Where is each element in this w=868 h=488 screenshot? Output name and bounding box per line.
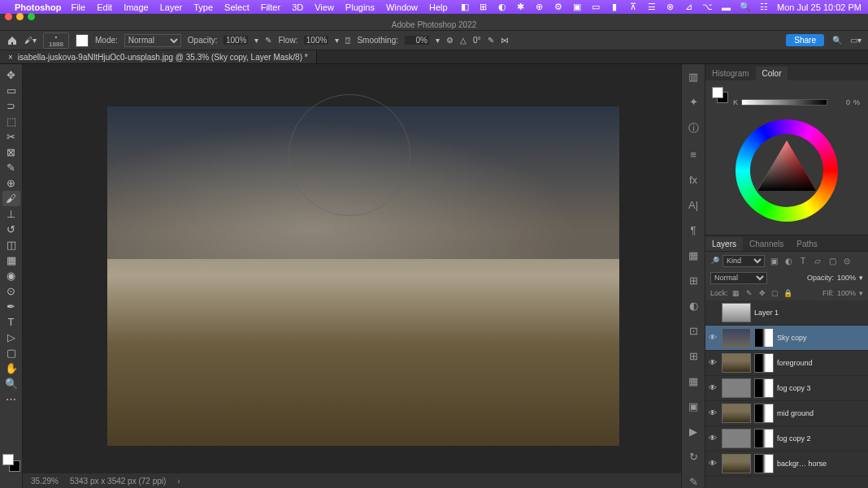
stamp-tool[interactable]: ⊥ — [2, 206, 20, 222]
layer-row[interactable]: 👁fog copy 2 — [705, 426, 868, 451]
menu-filter[interactable]: Filter — [261, 2, 280, 12]
fill-value[interactable]: 100% — [837, 289, 856, 297]
layer-visibility-icon[interactable]: 👁 — [709, 459, 718, 469]
tool-preset-icon[interactable]: 🖌▾ — [24, 36, 37, 45]
status-icon[interactable]: ⊞ — [478, 2, 488, 12]
layer-name[interactable]: fog copy 3 — [777, 384, 865, 392]
opacity-dropdown-icon[interactable]: ▾ — [254, 36, 258, 45]
move-tool[interactable]: ✥ — [2, 67, 20, 83]
zoom-level[interactable]: 35.29% — [31, 477, 59, 486]
panel-icon[interactable]: A| — [686, 199, 701, 211]
layer-name[interactable]: Layer 1 — [754, 309, 865, 317]
bluetooth-icon[interactable]: ⌥ — [702, 2, 713, 12]
smoothing-options-icon[interactable]: ⚙ — [446, 36, 454, 45]
type-tool[interactable]: T — [2, 314, 20, 330]
pressure-opacity-icon[interactable]: ✎ — [265, 36, 271, 45]
menu-3d[interactable]: 3D — [292, 2, 303, 12]
minimize-window-button[interactable] — [16, 13, 24, 20]
workspace-switcher-icon[interactable]: ▭▾ — [850, 36, 861, 45]
lock-transparency-icon[interactable]: ▦ — [731, 288, 741, 298]
smoothing-dropdown-icon[interactable]: ▾ — [436, 36, 440, 45]
layers-tab[interactable]: Layers — [705, 237, 743, 251]
panel-icon[interactable]: ▦ — [686, 249, 701, 261]
layer-visibility-icon[interactable]: 👁 — [709, 408, 718, 418]
filter-shape-icon[interactable]: ▱ — [812, 255, 823, 266]
layer-thumbnail[interactable] — [722, 328, 751, 348]
status-icon[interactable]: ⊼ — [627, 2, 638, 12]
crop-tool[interactable]: ✂ — [2, 129, 20, 145]
layer-row[interactable]: 👁fog copy 3 — [705, 376, 868, 401]
layer-filter-select[interactable]: Kind — [723, 255, 765, 267]
status-icon[interactable]: ▣ — [571, 2, 582, 12]
panel-icon[interactable]: ◐ — [686, 300, 701, 312]
layer-visibility-icon[interactable]: 👁 — [709, 333, 718, 343]
lock-position-icon[interactable]: ✥ — [757, 288, 767, 298]
control-center-icon[interactable]: ☷ — [758, 2, 769, 12]
status-arrow-icon[interactable]: › — [177, 477, 180, 486]
document-canvas[interactable] — [107, 106, 619, 446]
marquee-tool[interactable]: ▭ — [2, 83, 20, 98]
hand-tool[interactable]: ✋ — [2, 361, 20, 376]
path-tool[interactable]: ▷ — [2, 330, 20, 345]
menubar-clock[interactable]: Mon Jul 25 10:02 PM — [777, 2, 861, 12]
document-dimensions[interactable]: 5343 px x 3542 px (72 ppi) — [70, 477, 166, 486]
layer-thumbnail[interactable] — [722, 378, 751, 398]
status-icon[interactable]: ⊕ — [534, 2, 545, 12]
status-icon[interactable]: ◐ — [497, 2, 507, 12]
status-icon[interactable]: ⊗ — [665, 2, 675, 12]
layer-thumbnail[interactable] — [722, 353, 751, 373]
filter-toggle-icon[interactable]: ⊙ — [841, 255, 853, 266]
brush-preset-picker[interactable]: •1888 — [43, 32, 69, 49]
layer-blend-select[interactable]: Normal — [710, 272, 767, 284]
symmetry-icon[interactable]: ⋈ — [501, 36, 509, 45]
healing-tool[interactable]: ⊕ — [2, 175, 20, 191]
layer-mask-thumbnail[interactable] — [754, 404, 774, 423]
menu-layer[interactable]: Layer — [160, 2, 183, 12]
history-brush-tool[interactable]: ↺ — [2, 222, 20, 237]
edit-toolbar[interactable]: ⋯ — [2, 391, 20, 407]
color-tab[interactable]: Color — [756, 67, 788, 80]
layer-row[interactable]: 👁backgr… horse — [705, 451, 868, 477]
paths-tab[interactable]: Paths — [790, 237, 824, 251]
layer-name[interactable]: fog copy 2 — [777, 434, 865, 443]
status-icon[interactable]: ▮ — [609, 2, 619, 12]
pen-tool[interactable]: ✒ — [2, 299, 20, 314]
panel-icon[interactable]: ✦ — [686, 96, 701, 108]
layer-row[interactable]: 👁foreground — [705, 351, 868, 376]
layer-mask-thumbnail[interactable] — [754, 429, 774, 448]
fill-dropdown-icon[interactable]: ▾ — [859, 289, 863, 297]
panel-icon[interactable]: fx — [686, 174, 701, 186]
brush-panel-toggle[interactable] — [76, 34, 89, 47]
lock-artboard-icon[interactable]: ▢ — [770, 288, 780, 298]
panel-icon[interactable]: ⊞ — [686, 274, 701, 287]
status-icon[interactable]: ⚙ — [553, 2, 563, 12]
color-swatch-pair[interactable] — [712, 87, 728, 103]
opacity-input[interactable] — [224, 36, 248, 45]
opacity-dropdown-icon[interactable]: ▾ — [859, 274, 863, 282]
panel-icon[interactable]: ▶ — [686, 425, 701, 438]
panel-icon[interactable]: ✎ — [686, 476, 701, 488]
search-icon[interactable]: 🔍 — [832, 36, 842, 45]
panel-icon[interactable]: ↻ — [686, 451, 701, 463]
menu-window[interactable]: Window — [386, 2, 418, 12]
layer-visibility-icon[interactable]: 👁 — [709, 383, 718, 393]
layer-name[interactable]: Sky copy — [777, 334, 865, 342]
search-icon[interactable]: 🔍 — [740, 2, 750, 12]
layer-visibility-icon[interactable]: 👁 — [709, 358, 718, 368]
home-icon[interactable] — [7, 35, 18, 46]
layer-mask-thumbnail[interactable] — [754, 328, 774, 348]
panel-icon[interactable]: ⊞ — [686, 350, 701, 362]
foreground-swatch[interactable] — [712, 87, 723, 98]
layer-thumbnail[interactable] — [722, 303, 751, 322]
panel-icon[interactable]: ≡ — [686, 149, 701, 161]
layer-row[interactable]: 👁mid ground — [705, 401, 868, 426]
gradient-tool[interactable]: ▦ — [2, 253, 20, 268]
layer-row[interactable]: Layer 1 — [705, 300, 868, 326]
blend-mode-select[interactable]: Normal — [124, 34, 181, 47]
k-slider-track[interactable] — [741, 99, 827, 106]
panel-icon[interactable]: ¶ — [686, 224, 701, 236]
layer-thumbnail[interactable] — [722, 454, 751, 473]
flow-dropdown-icon[interactable]: ▾ — [335, 36, 339, 45]
eraser-tool[interactable]: ◫ — [2, 237, 20, 253]
color-swatches[interactable] — [2, 454, 20, 472]
